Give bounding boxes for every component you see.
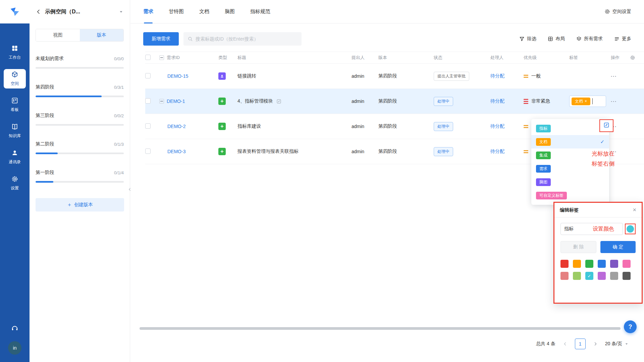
tab-view[interactable]: 视图 [36, 29, 80, 41]
row-more-actions[interactable]: ··· [611, 124, 630, 129]
color-swatch[interactable] [560, 260, 569, 268]
rail-item-space[interactable]: 空间 [4, 69, 26, 88]
requirement-id-link[interactable]: DEMO-2 [167, 124, 185, 129]
annotation-line2: 标签右侧 [592, 159, 614, 169]
color-swatch[interactable] [610, 272, 618, 280]
rail-item-workbench[interactable]: 工作台 [4, 43, 26, 62]
toolbar-actions: 筛选 布局 所有需求 更多 [519, 36, 631, 42]
tag-option[interactable]: 脑图 [531, 175, 609, 189]
collapse-all-icon[interactable] [159, 55, 164, 60]
color-swatch[interactable] [573, 260, 581, 268]
tab-mindmap[interactable]: 脑图 [225, 0, 235, 23]
space-settings-button[interactable]: 空间设置 [604, 9, 631, 15]
rail-item-settings[interactable]: 设置 [4, 174, 26, 193]
all-requirements-button[interactable]: 所有需求 [576, 36, 603, 42]
row-checkbox[interactable] [145, 123, 151, 129]
tag-edit-input[interactable]: 文档× [569, 96, 606, 107]
create-version-button[interactable]: ＋ 创建版本 [36, 198, 124, 212]
version-item[interactable]: 第二阶段0/1/3 [36, 133, 124, 162]
tab-version[interactable]: 版本 [80, 29, 124, 41]
version-name: 第二阶段 [36, 141, 54, 147]
row-checkbox[interactable] [145, 98, 151, 104]
color-swatch[interactable] [623, 272, 631, 280]
select-all-checkbox[interactable] [145, 55, 151, 60]
next-page-icon[interactable] [590, 339, 600, 349]
requirement-id-link[interactable]: DEMO-1 [167, 99, 185, 104]
version-item[interactable]: 未规划的需求0/0/0 [36, 48, 124, 76]
color-swatch[interactable] [560, 272, 569, 280]
color-swatch[interactable] [623, 260, 631, 268]
column-settings-gear-icon[interactable] [630, 55, 644, 60]
tag-pill-label: 文档 [575, 99, 583, 104]
current-color-dot[interactable] [627, 225, 634, 233]
version-item[interactable]: 第一阶段0/1/4 [36, 162, 124, 190]
list-icon [614, 36, 620, 42]
handler-link[interactable]: 待分配 [490, 123, 524, 129]
edit-title-pencil-icon[interactable] [276, 99, 281, 104]
panel-collapse-icon[interactable] [127, 186, 132, 194]
page-size-select[interactable]: 20 条/页 [605, 341, 629, 347]
row-checkbox[interactable] [145, 73, 151, 78]
rail-item-contacts[interactable]: 通讯录 [4, 147, 26, 167]
tag-option[interactable]: 可自定义标签 [531, 189, 609, 202]
requirement-title[interactable]: 报表资料管理与报表关联指标 [237, 148, 299, 155]
filter-button[interactable]: 筛选 [519, 36, 536, 42]
user-avatar[interactable]: in [8, 341, 21, 355]
color-swatch[interactable] [598, 272, 606, 280]
page-number[interactable]: 1 [575, 339, 586, 349]
requirement-title[interactable]: 4、指标管理模块 [237, 98, 273, 104]
search-input[interactable] [196, 36, 298, 42]
requirement-id-link[interactable]: DEMO-3 [167, 149, 185, 154]
more-button[interactable]: 更多 [614, 36, 631, 42]
filter-label: 筛选 [527, 36, 536, 42]
version-item[interactable]: 第三阶段0/0/2 [36, 105, 124, 133]
version-item[interactable]: 第四阶段0/3/1 [36, 76, 124, 105]
settings-gear-icon [11, 176, 18, 184]
tag-name-input[interactable] [560, 223, 623, 235]
space-switch-caret-icon[interactable] [118, 9, 124, 14]
row-checkbox[interactable] [145, 148, 151, 154]
edit-tag-pencil-icon[interactable] [603, 122, 609, 129]
row-more-actions[interactable]: ··· [611, 99, 630, 104]
layout-button[interactable]: 布局 [548, 36, 565, 42]
tag-option[interactable]: 指标 [531, 122, 609, 135]
edit-tag-dialog: 编辑标签 × 设置颜色 删 除 确 定 [553, 202, 643, 304]
type-plus-icon: + [218, 98, 226, 105]
tag-option-checked[interactable]: 文档 ✓ [531, 135, 609, 148]
rail-label-contacts: 通讯录 [9, 159, 21, 165]
prev-page-icon[interactable] [560, 339, 570, 349]
dialog-header: 编辑标签 × [554, 203, 642, 218]
version: 第四阶段 [378, 98, 434, 104]
horizontal-scrollbar[interactable] [140, 327, 621, 330]
delete-tag-button[interactable]: 删 除 [560, 241, 596, 253]
handler-link[interactable]: 待分配 [490, 148, 524, 155]
tab-metric-spec[interactable]: 指标规范 [250, 0, 270, 23]
color-swatch[interactable] [573, 272, 581, 280]
layout-label: 布局 [555, 36, 565, 42]
gear-icon [604, 9, 610, 14]
confirm-button[interactable]: 确 定 [600, 241, 636, 253]
back-chevron-icon[interactable] [36, 9, 42, 15]
dialog-close-icon[interactable]: × [633, 206, 636, 214]
collapse-row-icon[interactable] [159, 99, 164, 104]
requirement-id-link[interactable]: DEMO-15 [167, 73, 188, 79]
tab-gantt[interactable]: 甘特图 [169, 0, 184, 23]
rail-item-knowledge[interactable]: 知识库 [4, 121, 26, 141]
row-more-actions[interactable]: ··· [611, 73, 630, 79]
color-swatch[interactable] [610, 260, 618, 268]
new-requirement-button[interactable]: 新增需求 [143, 32, 179, 46]
priority-normal-icon [524, 75, 528, 78]
color-swatch[interactable] [585, 260, 593, 268]
requirement-title[interactable]: 指标库建设 [237, 123, 261, 129]
help-button[interactable]: ? [624, 320, 637, 333]
handler-link[interactable]: 待分配 [490, 98, 524, 104]
color-swatch[interactable] [598, 260, 606, 268]
tab-documents[interactable]: 文档 [199, 0, 209, 23]
requirement-title[interactable]: 链接跳转 [237, 73, 256, 79]
handler-link[interactable]: 待分配 [490, 73, 524, 79]
color-swatch-selected[interactable]: ✓ [585, 272, 593, 280]
tag-remove-icon[interactable]: × [585, 99, 587, 103]
tab-requirements[interactable]: 需求 [143, 0, 153, 23]
support-headset-icon[interactable] [11, 324, 18, 333]
rail-item-kanban[interactable]: 看板 [4, 95, 26, 115]
